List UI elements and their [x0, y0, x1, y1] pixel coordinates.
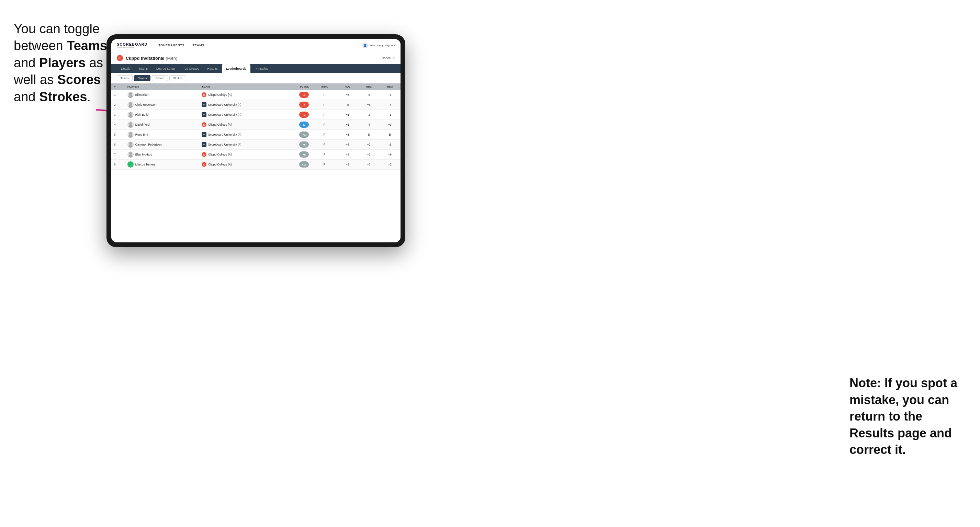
cell-rd3: E [379, 130, 401, 140]
tablet-device: SCOREBOARD Powered by clippd TOURNAMENTS… [107, 34, 405, 247]
user-icon: 👤 [363, 43, 368, 48]
cell-rd1: +3 [337, 90, 358, 100]
cell-player: Chris Robertson [125, 100, 199, 110]
toggle-bar: Teams Players Scores Strokes [111, 73, 401, 83]
cell-thru: F [312, 90, 337, 100]
cell-rd2: -2 [358, 110, 380, 120]
tab-teams[interactable]: Teams [135, 64, 152, 73]
col-thru: THRU [312, 83, 337, 90]
cell-rd2: +1 [358, 150, 380, 160]
toggle-strokes-button[interactable]: Strokes [169, 75, 186, 81]
sign-out-link[interactable]: Sign out [385, 44, 395, 47]
cell-team: ■ Scoreboard University [A] [199, 110, 283, 120]
cell-total: +8 [283, 150, 312, 160]
svg-point-10 [129, 135, 133, 138]
cell-rd2: E [358, 130, 380, 140]
cell-rd2: -6 [358, 90, 380, 100]
cell-total: -4 [283, 100, 312, 110]
cell-rd1: +5 [337, 140, 358, 150]
nav-right: 👤 Test User | Sign out [363, 43, 395, 48]
col-player: PLAYER [125, 83, 199, 90]
svg-point-2 [129, 95, 133, 98]
cell-thru: F [312, 140, 337, 150]
cell-rank: 3 [111, 110, 125, 120]
tab-leaderboards[interactable]: Leaderboards [222, 64, 251, 73]
table-row: 1 Elliot Ebert C Clippd College [A] -8 F… [111, 90, 401, 100]
tab-details[interactable]: Details [117, 64, 135, 73]
table-row: 7 Blair McHarg C Clippd College [A] +8 F… [111, 150, 401, 160]
cell-thru: F [312, 150, 337, 160]
cell-player: Marcus Turners [125, 160, 199, 170]
table-row: 5 Rees Britt ■ Scoreboard University [A]… [111, 130, 401, 140]
logo-text: SCOREBOARD [117, 43, 147, 46]
cell-total: +6 [283, 140, 312, 150]
svg-point-4 [129, 105, 133, 108]
cell-rd3: +2 [379, 160, 401, 170]
cell-team: ■ Scoreboard University [A] [199, 140, 283, 150]
leaderboard-table: # PLAYER TEAM TOTAL THRU RD1 RD2 RD3 1 [111, 83, 401, 242]
cell-rd1: +1 [337, 110, 358, 120]
cancel-button[interactable]: Cancel ✕ [382, 56, 395, 60]
col-total: TOTAL [283, 83, 312, 90]
cell-player: Blair McHarg [125, 150, 199, 160]
cell-team: C Clippd College [A] [199, 150, 283, 160]
svg-point-1 [129, 92, 132, 95]
cell-total: E [283, 120, 312, 130]
toggle-players-button[interactable]: Players [134, 75, 151, 81]
cell-total: -2 [283, 110, 312, 120]
cell-rd3: -4 [379, 100, 401, 110]
cell-thru: F [312, 120, 337, 130]
cell-rd2: +7 [358, 160, 380, 170]
cell-player: Elliot Ebert [125, 90, 199, 100]
nav-tournaments[interactable]: TOURNAMENTS [154, 39, 188, 52]
cell-rank: 2 [111, 100, 125, 110]
tournament-name: Clippd Invitational (Men) [126, 56, 177, 61]
cell-thru: F [312, 160, 337, 170]
cell-team: ■ Scoreboard University [A] [199, 100, 283, 110]
tablet-screen: SCOREBOARD Powered by clippd TOURNAMENTS… [111, 39, 401, 242]
cell-total: -8 [283, 90, 312, 100]
user-name: Test User | [370, 44, 383, 47]
cell-rank: 1 [111, 90, 125, 100]
cell-rd3: -1 [379, 140, 401, 150]
cell-player: Rich Butler [125, 110, 199, 120]
cell-player: Cameron Robertson [125, 140, 199, 150]
svg-point-12 [129, 145, 133, 148]
svg-point-14 [129, 155, 133, 157]
toggle-scores-button[interactable]: Scores [152, 75, 168, 81]
cell-thru: F [312, 110, 337, 120]
cell-thru: F [312, 130, 337, 140]
nav-bar: SCOREBOARD Powered by clippd TOURNAMENTS… [111, 39, 401, 52]
cell-rd2: +5 [358, 100, 380, 110]
cell-rd1: -5 [337, 100, 358, 110]
svg-point-9 [129, 132, 132, 135]
cell-rd1: +1 [337, 120, 358, 130]
table-row: 6 Cameron Robertson ■ Scoreboard Univers… [111, 140, 401, 150]
nav-links: TOURNAMENTS TEAMS [154, 39, 362, 52]
cell-team: C Clippd College [A] [199, 160, 283, 170]
svg-point-6 [129, 115, 133, 118]
logo-area: SCOREBOARD Powered by clippd [117, 43, 147, 48]
table-header-row: # PLAYER TEAM TOTAL THRU RD1 RD2 RD3 [111, 83, 401, 90]
tab-results[interactable]: Results [204, 64, 222, 73]
tab-course-setup[interactable]: Course Setup [152, 64, 179, 73]
col-rd2: RD2 [358, 83, 380, 90]
svg-point-3 [129, 102, 132, 105]
toggle-teams-button[interactable]: Teams [117, 75, 133, 81]
cell-total: +11 [283, 160, 312, 170]
col-rd1: RD1 [337, 83, 358, 90]
table-row: 2 Chris Robertson ■ Scoreboard Universit… [111, 100, 401, 110]
cell-rank: 7 [111, 150, 125, 160]
svg-point-13 [129, 152, 132, 155]
cell-rd1: +2 [337, 160, 358, 170]
svg-point-11 [129, 142, 132, 145]
svg-point-8 [129, 125, 133, 128]
col-rank: # [111, 83, 125, 90]
tab-printables[interactable]: Printables [250, 64, 272, 73]
cell-rd3: +3 [379, 120, 401, 130]
left-annotation: You can toggle between Teams and Players… [14, 21, 110, 105]
cell-rd3: -1 [379, 110, 401, 120]
nav-teams[interactable]: TEAMS [189, 39, 208, 52]
cell-total: +1 [283, 130, 312, 140]
tab-tee-groups[interactable]: Tee Groups [179, 64, 204, 73]
